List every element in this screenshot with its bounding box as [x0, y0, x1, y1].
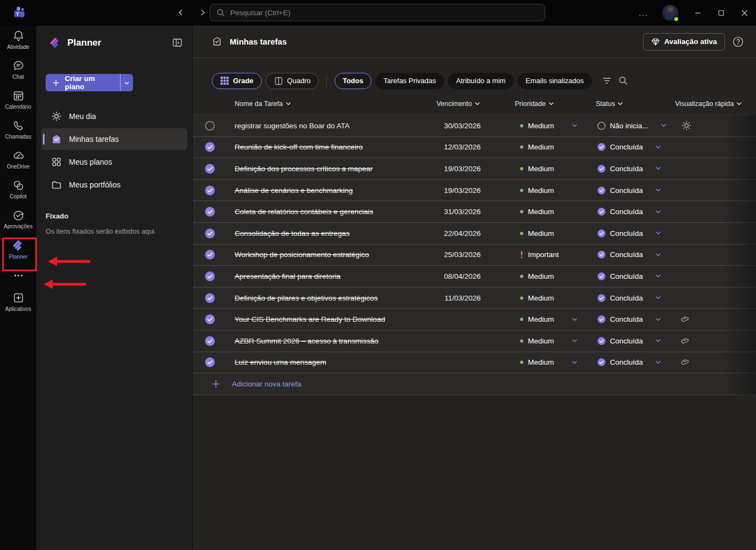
attachment-icon[interactable]: [681, 336, 689, 346]
rail-item-chamadas[interactable]: Chamadas: [0, 115, 36, 145]
priority-chevron-icon[interactable]: [571, 359, 578, 366]
task-name[interactable]: Reunião de kick-off com time financeiro: [226, 143, 432, 151]
task-row[interactable]: Luiz enviou uma mensagemMediumConcluída: [193, 352, 756, 374]
task-status[interactable]: Concluída: [595, 208, 671, 216]
add-task-row[interactable]: Adicionar nova tarefa: [193, 373, 756, 395]
task-row[interactable]: Reunião de kick-off com time financeiro1…: [193, 137, 756, 159]
task-priority[interactable]: Important: [481, 251, 595, 259]
task-checkbox[interactable]: [205, 207, 215, 217]
task-name[interactable]: Your CIS Benchmarks are Ready to Downloa…: [226, 315, 432, 323]
status-chevron-icon[interactable]: [655, 230, 662, 236]
view-quadro[interactable]: Quadro: [266, 73, 319, 89]
task-status[interactable]: Concluída: [595, 229, 671, 238]
status-chevron-icon[interactable]: [655, 144, 662, 151]
task-status[interactable]: Concluída: [595, 251, 671, 259]
status-chevron-icon[interactable]: [655, 359, 662, 366]
task-name[interactable]: Consolidação de todas as entregas: [226, 229, 432, 238]
task-status[interactable]: Concluída: [595, 143, 671, 151]
search-bar[interactable]: [210, 4, 545, 21]
column-header-quickview[interactable]: Visualização rápida: [671, 100, 756, 108]
minimize-button[interactable]: [686, 0, 709, 26]
task-status[interactable]: Concluída: [595, 165, 671, 173]
sidebar-item-meus-portfolios[interactable]: Meus portfólios: [41, 174, 187, 196]
close-button[interactable]: [733, 0, 756, 26]
task-name[interactable]: Definição de pilares e objetivos estraté…: [226, 294, 432, 302]
status-chevron-icon[interactable]: [655, 338, 662, 344]
task-status[interactable]: Não inicia...: [595, 122, 671, 130]
status-chevron-icon[interactable]: [655, 273, 662, 279]
column-header-name[interactable]: Nome da Tarefa: [226, 100, 432, 108]
column-header-due[interactable]: Vencimento: [432, 100, 481, 108]
task-status[interactable]: Concluída: [595, 294, 671, 302]
priority-chevron-icon[interactable]: [571, 122, 578, 129]
filter-tarefas-privadas[interactable]: Tarefas Privadas: [375, 73, 444, 89]
rail-item-atividade[interactable]: Atividade: [0, 26, 36, 55]
task-checkbox[interactable]: [205, 336, 215, 346]
attachment-icon[interactable]: [681, 315, 689, 324]
status-chevron-icon[interactable]: [655, 187, 662, 193]
task-row[interactable]: Your CIS Benchmarks are Ready to Downloa…: [193, 309, 756, 330]
status-chevron-icon[interactable]: [660, 122, 667, 129]
task-priority[interactable]: Medium: [481, 229, 595, 238]
task-name[interactable]: Luiz enviou uma mensagem: [226, 358, 432, 366]
task-priority[interactable]: Medium: [481, 208, 595, 216]
task-row[interactable]: Coleta de relatórios contábeis e gerenci…: [193, 201, 756, 223]
task-name[interactable]: Análise de cenários e benchmarking: [226, 186, 432, 195]
create-plan-dropdown-button[interactable]: [120, 74, 133, 91]
priority-chevron-icon[interactable]: [571, 338, 578, 344]
task-name[interactable]: Workshop de posicionamento estratégico: [226, 251, 432, 259]
status-chevron-icon[interactable]: [655, 209, 662, 215]
task-status[interactable]: Concluída: [595, 315, 671, 323]
help-icon[interactable]: [732, 36, 744, 48]
filter-emails-sinalizados[interactable]: Emails sinalizados: [518, 73, 592, 89]
task-checkbox[interactable]: [205, 121, 215, 131]
task-priority[interactable]: Medium: [481, 294, 595, 302]
rail-item-copilot[interactable]: Copilot: [0, 175, 36, 205]
task-checkbox[interactable]: [205, 142, 215, 152]
task-row[interactable]: Workshop de posicionamento estratégico25…: [193, 245, 756, 266]
avatar[interactable]: [662, 5, 678, 21]
rail-item-aplicativos[interactable]: Aplicativos: [0, 288, 36, 317]
attachment-icon[interactable]: [681, 358, 689, 367]
sidebar-item-minhas-tarefas[interactable]: Minhas tarefas: [41, 128, 187, 150]
task-row[interactable]: Definição de pilares e objetivos estraté…: [193, 288, 756, 309]
column-header-priority[interactable]: Prioridade: [481, 100, 595, 108]
filter-atribuido-a-mim[interactable]: Atribuído a mim: [448, 73, 514, 89]
task-priority[interactable]: Medium: [481, 315, 595, 323]
back-button[interactable]: [175, 7, 187, 18]
task-priority[interactable]: Medium: [481, 122, 595, 130]
collapse-sidebar-icon[interactable]: [172, 38, 182, 48]
rail-item-onedrive[interactable]: OneDrive: [0, 145, 36, 175]
task-priority[interactable]: Medium: [481, 358, 595, 366]
priority-chevron-icon[interactable]: [571, 316, 578, 323]
task-checkbox[interactable]: [205, 271, 215, 282]
task-checkbox[interactable]: [205, 249, 215, 260]
task-priority[interactable]: Medium: [481, 165, 595, 173]
titlebar-more-button[interactable]: ...: [633, 9, 654, 17]
column-header-status[interactable]: Status: [595, 100, 671, 108]
task-row[interactable]: Apresentação final para diretoria08/04/2…: [193, 266, 756, 288]
filter-icon[interactable]: [599, 73, 615, 89]
task-name[interactable]: AZBR Summit 2026 – acesso à transmissão: [226, 337, 432, 345]
search-input[interactable]: [230, 9, 538, 17]
maximize-button[interactable]: [709, 0, 733, 26]
forward-button[interactable]: [197, 7, 209, 18]
task-row[interactable]: registrar sugestões no Boar do ATA30/03/…: [193, 115, 756, 137]
task-row[interactable]: Análise de cenários e benchmarking19/03/…: [193, 180, 756, 202]
status-chevron-icon[interactable]: [655, 295, 662, 301]
task-status[interactable]: Concluída: [595, 186, 671, 195]
task-priority[interactable]: Medium: [481, 186, 595, 195]
task-checkbox[interactable]: [205, 293, 215, 303]
trial-badge-button[interactable]: Avaliação ativa: [643, 33, 725, 51]
task-status[interactable]: Concluída: [595, 358, 671, 366]
task-name[interactable]: registrar sugestões no Boar do ATA: [226, 122, 432, 130]
rail-item-calendario[interactable]: Calendário: [0, 85, 36, 115]
task-name[interactable]: Definição dos processos críticos a mapea…: [226, 165, 432, 173]
quick-view-sun-icon[interactable]: [681, 120, 692, 132]
status-chevron-icon[interactable]: [655, 165, 662, 172]
task-checkbox[interactable]: [205, 314, 215, 324]
task-status[interactable]: Concluída: [595, 337, 671, 345]
task-checkbox[interactable]: [205, 164, 215, 174]
task-row[interactable]: Definição dos processos críticos a mapea…: [193, 158, 756, 180]
task-status[interactable]: Concluída: [595, 272, 671, 280]
